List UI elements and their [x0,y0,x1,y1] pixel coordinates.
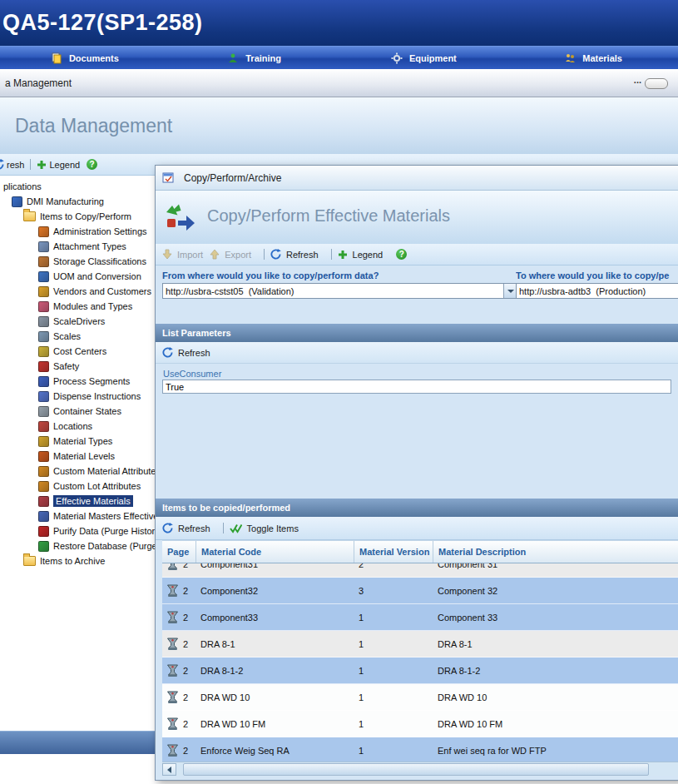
toggle-items-button[interactable]: Toggle Items [230,523,299,533]
effective-materials-icon [38,496,49,507]
clipped-row: 2Component312Component 31 [162,563,678,578]
app-title: QA5-127(SP1-258) [2,10,203,36]
row-code-cell: DRA WD 10 [195,692,354,702]
material-masters-icon [38,511,49,522]
items-section-header: Items to be copied/performed [156,499,678,517]
useconsumer-input[interactable] [162,380,671,394]
import-button[interactable]: Import [162,249,203,260]
table-row[interactable]: 2DRA WD 10 FM1DRA WD 10 FM [162,711,678,737]
export-button[interactable]: Export [210,249,251,260]
row-page-cell: 2 [162,638,195,651]
help-icon[interactable] [87,159,97,170]
material-flask-icon [166,638,180,651]
dialog-legend-button[interactable]: Legend [338,250,384,260]
table-row[interactable]: 2DRA 8-1-21DRA 8-1-2 [162,657,678,684]
toggle-items-label: Toggle Items [247,523,299,533]
tree-item-label: Cost Centers [53,346,106,356]
tree-item-label: Material Types [53,436,112,446]
items-refresh-button[interactable]: Refresh [162,523,210,533]
window-control-button[interactable] [645,78,668,89]
row-code-cell: DRA 8-1 [195,639,354,649]
uom-conversion-icon [38,271,49,282]
column-header-page[interactable]: Page [162,541,195,563]
material-flask-icon [166,744,180,757]
modules-types-icon [38,301,49,312]
refresh-button[interactable]: resh [7,160,24,170]
row-desc-cell: Component 33 [433,613,678,623]
dialog-title-bar[interactable]: Copy/Perform/Archive [156,166,678,191]
parameters-refresh-button[interactable]: Refresh [162,347,210,358]
row-desc-cell: DRA WD 10 [433,692,678,702]
table-row[interactable]: 2Enforce Weig Seq RA1Enf wei seq ra for … [162,737,678,762]
table-row[interactable]: 2Component312Component 31 [162,563,678,578]
nav-label: Documents [69,53,119,63]
material-types-icon [38,436,49,447]
custom-lot-attributes-icon [38,481,49,492]
source-select[interactable]: http://usbra-cstst05 (Validation) [162,283,518,299]
source-select-value: http://usbra-cstst05 (Validation) [163,286,503,296]
column-header-material-version[interactable]: Material Version [354,541,433,563]
toolbar-separator [331,249,332,260]
scroll-left-button[interactable] [162,763,176,776]
window-overflow-button[interactable]: ... [634,75,641,85]
dialog-header: Copy/Perform Effective Materials [156,191,678,244]
nav-materials[interactable]: Materials [508,47,678,69]
refresh-label: Refresh [178,523,210,533]
row-page-cell: 2 [162,584,195,598]
help-icon[interactable] [396,249,407,260]
administration-settings-icon [38,226,49,237]
column-header-material-description[interactable]: Material Description [433,541,678,563]
tree-item-label: Custom Lot Attributes [53,481,141,491]
tree-item-label: Attachment Types [53,241,126,251]
export-label: Export [225,250,251,260]
export-icon [210,249,220,260]
tree-item-label: Material Masters Effective (A [53,511,170,521]
dialog-heading: Copy/Perform Effective Materials [207,206,450,226]
toolbar-separator [30,159,31,170]
horizontal-scrollbar[interactable] [162,762,678,776]
scrollbar-thumb[interactable] [183,763,649,776]
row-desc-cell: Component 32 [433,586,678,596]
tree-item-label: plications [3,181,42,191]
folder-icon [23,556,36,566]
container-states-icon [38,406,49,417]
page-title: Data Management [15,115,172,137]
column-header-material-code[interactable]: Material Code [195,541,354,563]
table-row[interactable]: 2DRA WD 101DRA WD 10 [162,684,678,711]
nav-training[interactable]: Training [170,47,339,69]
refresh-icon [162,523,173,533]
material-flask-icon [166,611,180,624]
legend-button[interactable]: Legend [49,160,80,170]
table-row[interactable]: 2Component331Component 33 [162,604,678,631]
material-flask-icon [166,611,180,624]
nav-documents[interactable]: Documents [0,47,170,69]
table-header: Page Material Code Material Version Mate… [162,540,678,563]
nav-equipment[interactable]: Equipment [339,47,509,69]
copy-perform-dialog: Copy/Perform/Archive Copy/Perform Effect… [155,165,678,781]
vendors-customers-icon [38,286,49,297]
table-row[interactable]: 2DRA 8-11DRA 8-1 [162,631,678,657]
tree-item-label: Restore Database (Purge All [53,541,169,551]
app-title-bar: QA5-127(SP1-258) [0,0,678,46]
dispense-instructions-icon [38,391,49,402]
dialog-toolbar: Import Export Refresh Legend [156,244,678,265]
target-select[interactable]: http://usbra-adtb3 (Production) [516,283,678,299]
tree-item-label: Items to Archive [40,556,105,566]
nav-label: Equipment [409,53,457,63]
refresh-icon [0,159,4,170]
toggle-items-icon [230,523,242,533]
table-row[interactable]: 2Component323Component 32 [162,578,678,604]
scroll-left-icon [167,767,171,773]
row-version-cell: 3 [354,586,433,596]
source-field: From where would you like to copy/perfor… [162,270,518,299]
target-field: To where would you like to copy/pe http:… [516,270,678,299]
row-desc-cell: DRA WD 10 FM [433,719,678,729]
tree-item-label: Scales [53,331,81,341]
dialog-refresh-button[interactable]: Refresh [270,249,319,260]
row-version-cell: 1 [354,746,433,756]
row-page-cell: 2 [162,744,195,757]
training-icon [227,52,239,64]
row-code-cell: DRA WD 10 FM [195,719,354,729]
window-header: a Management ... [0,69,678,97]
row-version-cell: 1 [354,613,433,623]
